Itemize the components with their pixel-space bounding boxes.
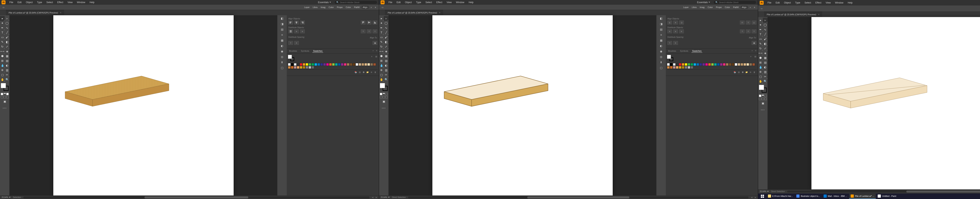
- swatch-color[interactable]: [711, 63, 714, 66]
- swatch-color[interactable]: [361, 63, 364, 66]
- swatch-color[interactable]: [294, 66, 296, 69]
- align-to-button[interactable]: ▣: [372, 41, 377, 45]
- draw-behind[interactable]: [3, 96, 6, 98]
- rectangle-tool[interactable]: ▭: [758, 37, 763, 41]
- dist-top-button[interactable]: [288, 29, 293, 33]
- type-tool[interactable]: T: [0, 30, 5, 35]
- swatch-color[interactable]: [300, 63, 302, 66]
- swatch-filter-icon[interactable]: ▤: [375, 55, 378, 58]
- taskbar-item[interactable]: E:\From Hitachi Har...: [766, 194, 794, 199]
- canvas-area[interactable]: [768, 17, 980, 189]
- cbar-item[interactable]: Imag: [320, 6, 326, 9]
- eyedropper-tool[interactable]: 💧: [758, 65, 763, 70]
- swatch-library-icon[interactable]: 📚: [354, 70, 357, 74]
- fill-stroke-control[interactable]: [759, 85, 767, 92]
- edit-toolbar-icon[interactable]: •••: [758, 108, 768, 111]
- menu-window[interactable]: Window: [75, 0, 87, 5]
- swatch-library-icon[interactable]: 📚: [733, 70, 737, 74]
- swatch-color[interactable]: [690, 63, 693, 66]
- symbol-sprayer-tool[interactable]: ✲: [758, 70, 763, 74]
- swatch-color[interactable]: [309, 66, 311, 69]
- color-mode-none[interactable]: [6, 93, 9, 95]
- curvature-tool[interactable]: ∿: [5, 25, 10, 30]
- panel-menu-icon[interactable]: ≡: [376, 49, 377, 53]
- new-color-group-icon[interactable]: 📁: [745, 70, 748, 74]
- screen-mode-tool[interactable]: ▣: [2, 99, 7, 104]
- align-right-button[interactable]: [300, 21, 305, 24]
- cbar-item[interactable]: Prope: [715, 6, 723, 9]
- swatch-color[interactable]: [305, 63, 308, 66]
- workspace-switcher[interactable]: Essentials: [317, 1, 332, 4]
- rotate-tool[interactable]: ↻: [379, 44, 384, 49]
- swatch-color[interactable]: [717, 63, 720, 66]
- align-top-button[interactable]: [361, 21, 366, 24]
- selection-tool[interactable]: ▸: [0, 16, 5, 21]
- dist-bottom-button[interactable]: ≡: [679, 29, 684, 33]
- swatch-color[interactable]: [714, 63, 717, 66]
- menu-file[interactable]: File: [765, 1, 773, 5]
- swatch-color[interactable]: [323, 63, 326, 66]
- free-transform-tool[interactable]: ◈: [5, 49, 10, 54]
- menu-view[interactable]: View: [445, 0, 454, 5]
- swatch-color[interactable]: [667, 63, 670, 66]
- shaper-tool[interactable]: ✎: [379, 40, 384, 44]
- hand-tool[interactable]: ✋: [758, 79, 763, 84]
- paintbrush-tool[interactable]: 🖌: [384, 35, 388, 40]
- dock-layers-icon[interactable]: ◨: [659, 22, 663, 26]
- zoom-tool[interactable]: 🔍: [5, 77, 10, 82]
- swatch-color[interactable]: [356, 63, 358, 66]
- swatch-color[interactable]: [338, 63, 340, 66]
- swatch-color[interactable]: [673, 66, 676, 69]
- dist-hspace-button[interactable]: ≡: [673, 41, 678, 45]
- adobe-stock-search[interactable]: 🔍: [713, 0, 756, 4]
- panel-menu-icon[interactable]: »: [749, 5, 752, 9]
- workspace-switcher[interactable]: Essentials: [695, 1, 712, 4]
- scale-tool[interactable]: ⤢: [384, 44, 388, 49]
- selection-tool[interactable]: ▸: [379, 16, 384, 21]
- hand-tool[interactable]: ✋: [379, 77, 384, 82]
- swatch-color[interactable]: [353, 63, 355, 66]
- swatch-color[interactable]: [699, 63, 702, 66]
- magic-wand-tool[interactable]: ✦: [0, 21, 5, 25]
- align-hcenter-button[interactable]: ≡: [673, 21, 678, 24]
- swatch-color[interactable]: [708, 63, 711, 66]
- dock-graphic-styles-icon[interactable]: ◎: [659, 54, 663, 59]
- scale-tool[interactable]: ⤢: [763, 46, 768, 51]
- illustrator-app-icon[interactable]: Ai: [760, 1, 764, 5]
- swatch-color[interactable]: [367, 63, 370, 66]
- scroll-right-icon[interactable]: ▶: [376, 196, 377, 198]
- swatch-color[interactable]: [300, 66, 302, 69]
- horizontal-scrollbar[interactable]: [787, 191, 980, 193]
- align-vcenter-button[interactable]: ⦀: [746, 21, 751, 24]
- dock-libraries-icon[interactable]: ▤: [659, 27, 663, 32]
- dist-hcenter-button[interactable]: ⦀: [746, 29, 751, 33]
- menu-object[interactable]: Object: [24, 0, 35, 5]
- fill-swatch[interactable]: [1, 83, 6, 88]
- edit-toolbar-icon[interactable]: •••: [0, 107, 10, 110]
- swatch-options-icon[interactable]: ≡: [749, 55, 752, 58]
- align-bottom-button[interactable]: ⊔: [752, 21, 756, 24]
- panel-expand-icon[interactable]: »: [372, 49, 374, 53]
- symbols-tab[interactable]: Symbols: [300, 49, 310, 53]
- swatch-color[interactable]: [687, 66, 690, 69]
- pen-tool[interactable]: ✒: [379, 25, 384, 30]
- menu-help[interactable]: Help: [846, 1, 854, 5]
- gradient-tool[interactable]: ▤: [5, 58, 10, 63]
- dist-vcenter-button[interactable]: ≡: [673, 29, 678, 33]
- dock-graphic-styles-icon[interactable]: ◎: [280, 54, 285, 59]
- dock-gradient-icon[interactable]: ▦: [280, 38, 285, 43]
- draw-normal[interactable]: [759, 98, 761, 100]
- swatch-options2-icon[interactable]: ⬢: [741, 70, 744, 74]
- swatch-color[interactable]: [370, 63, 373, 66]
- shape-builder-tool[interactable]: ⬢: [0, 54, 5, 58]
- swatches-tab[interactable]: Swatches: [692, 49, 702, 53]
- canvas-area[interactable]: [10, 15, 277, 196]
- taskbar-item[interactable]: Illustrator object lo...: [795, 194, 821, 199]
- canvas-area[interactable]: [388, 15, 656, 196]
- lasso-tool[interactable]: ◯: [763, 22, 768, 27]
- symbol-sprayer-tool[interactable]: ✲: [0, 68, 5, 72]
- menu-effect[interactable]: Effect: [55, 0, 65, 5]
- color-mode-none[interactable]: [385, 93, 388, 95]
- draw-normal[interactable]: [1, 96, 3, 98]
- color-mode-fill[interactable]: [380, 93, 382, 95]
